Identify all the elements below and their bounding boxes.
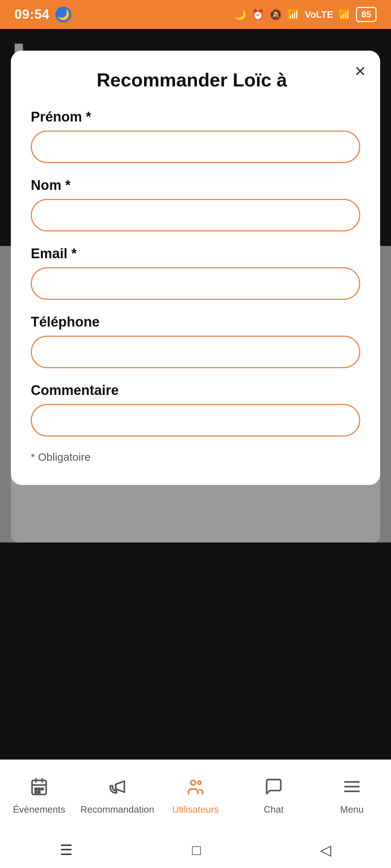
nav-item-utilisateurs[interactable]: Utilisateurs [156,777,235,815]
svg-rect-4 [35,788,37,790]
nav-label-evenements: Évènements [13,804,66,815]
megaphone-icon [108,777,127,800]
modal-title: Recommander Loïc à [31,69,360,91]
svg-rect-5 [38,788,40,790]
form-group-nom: Nom * [31,178,360,231]
label-email: Email * [31,246,360,261]
status-bar: 09:54 🌙 🌙 ⏰ 🔕 📶 VoLTE 📶 85 [0,0,391,29]
system-nav-bar: ☰ □ ◁ [0,832,391,868]
nav-item-chat[interactable]: Chat [235,777,313,815]
nav-label-utilisateurs: Utilisateurs [172,804,219,815]
input-prenom[interactable] [31,131,360,163]
input-email[interactable] [31,267,360,300]
input-telephone[interactable] [31,336,360,368]
svg-rect-7 [35,791,37,793]
moon-icon: 🌙 [234,9,247,21]
nav-item-menu[interactable]: Menu [313,777,391,815]
mute-icon: 🔕 [269,9,282,21]
label-prenom: Prénom * [31,109,360,125]
chat-icon [264,777,283,800]
label-commentaire: Commentaire [31,383,360,398]
calendar-icon [30,777,49,800]
alarm-icon: ⏰ [252,9,264,21]
status-icons: 🌙 ⏰ 🔕 📶 VoLTE 📶 85 [234,7,377,22]
cell-signal-icon: 📶 [338,9,351,21]
nav-item-recommandation[interactable]: Recommandation [78,777,156,815]
svg-point-10 [191,780,196,785]
input-nom[interactable] [31,199,360,231]
sys-nav-home[interactable]: □ [192,842,201,858]
nav-label-chat: Chat [264,804,284,815]
form-group-prenom: Prénom * [31,109,360,163]
sys-nav-back[interactable]: ◁ [320,842,331,858]
nav-label-recommandation: Recommandation [80,804,154,815]
svg-rect-6 [42,788,43,790]
nav-label-menu: Menu [340,804,363,815]
form-group-commentaire: Commentaire [31,383,360,437]
modal-close-button[interactable]: × [355,61,366,80]
svg-rect-8 [38,791,40,793]
wifi-icon: 📶 [287,9,300,21]
sys-nav-hamburger[interactable]: ☰ [60,842,73,858]
form-group-email: Email * [31,246,360,300]
night-mode-icon: 🌙 [55,7,71,22]
battery-indicator: 85 [356,7,377,22]
menu-icon [342,777,361,800]
bottom-nav: Évènements Recommandation Utilisateurs [0,760,391,832]
obligatoire-note: * Obligatoire [31,451,360,463]
label-nom: Nom * [31,178,360,193]
label-telephone: Téléphone [31,314,360,330]
input-commentaire[interactable] [31,404,360,437]
nav-item-evenements[interactable]: Évènements [0,777,78,815]
status-time: 09:54 [14,7,50,22]
signal-icon: VoLTE [305,9,333,20]
svg-point-11 [198,781,201,784]
users-icon [186,777,205,800]
recommend-modal: × Recommander Loïc à Prénom * Nom * Emai… [11,51,380,485]
form-group-telephone: Téléphone [31,314,360,368]
